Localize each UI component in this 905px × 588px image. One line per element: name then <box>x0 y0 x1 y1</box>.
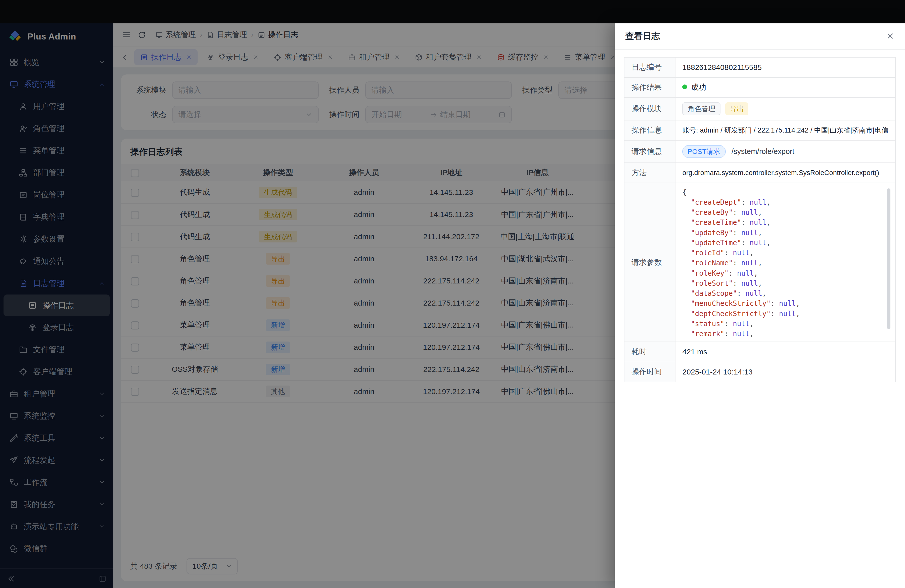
time-label: 操作时间 <box>624 362 675 382</box>
drawer-title: 查看日志 <box>625 30 660 42</box>
params-value: { "createDept": null, "createBy": null, … <box>675 183 895 342</box>
module-label: 操作模块 <box>624 98 675 120</box>
success-dot-icon <box>682 84 687 89</box>
params-label: 请求参数 <box>624 183 675 342</box>
info-value: 账号: admin / 研发部门 / 222.175.114.242 / 中国|… <box>675 120 895 140</box>
request-label: 请求信息 <box>624 140 675 163</box>
log-id-value: 1882612840802115585 <box>675 57 895 78</box>
info-label: 操作信息 <box>624 120 675 140</box>
time-value: 2025-01-24 10:14:13 <box>675 362 895 382</box>
app-root: Plus Admin 概览系统管理用户管理角色管理菜单管理部门管理岗位管理字典管… <box>0 0 905 588</box>
method-value: org.dromara.system.controller.system.Sys… <box>675 163 895 183</box>
top-strip <box>0 0 905 23</box>
close-icon[interactable] <box>886 32 895 40</box>
drawer-header: 查看日志 <box>614 23 905 49</box>
log-detail-table: 日志编号 1882612840802115585 操作结果 成功 操作模块 角色… <box>624 57 895 382</box>
result-value: 成功 <box>675 78 895 98</box>
request-params-json[interactable]: { "createDept": null, "createBy": null, … <box>681 187 891 338</box>
drawer-body: 日志编号 1882612840802115585 操作结果 成功 操作模块 角色… <box>614 49 905 390</box>
log-id-label: 日志编号 <box>624 57 675 78</box>
scrollbar-thumb[interactable] <box>887 188 891 329</box>
post-method-tag: POST请求 <box>682 145 726 158</box>
module-tag: 导出 <box>725 102 749 115</box>
request-url: /system/role/export <box>732 147 794 156</box>
result-label: 操作结果 <box>624 78 675 98</box>
view-log-drawer: 查看日志 日志编号 1882612840802115585 操作结果 成功 操作… <box>614 23 905 588</box>
module-tag: 角色管理 <box>682 102 721 115</box>
module-tags: 角色管理导出 <box>675 98 895 120</box>
duration-label: 耗时 <box>624 342 675 362</box>
method-label: 方法 <box>624 163 675 183</box>
duration-value: 421 ms <box>675 342 895 362</box>
request-value: POST请求/system/role/export <box>675 140 895 163</box>
